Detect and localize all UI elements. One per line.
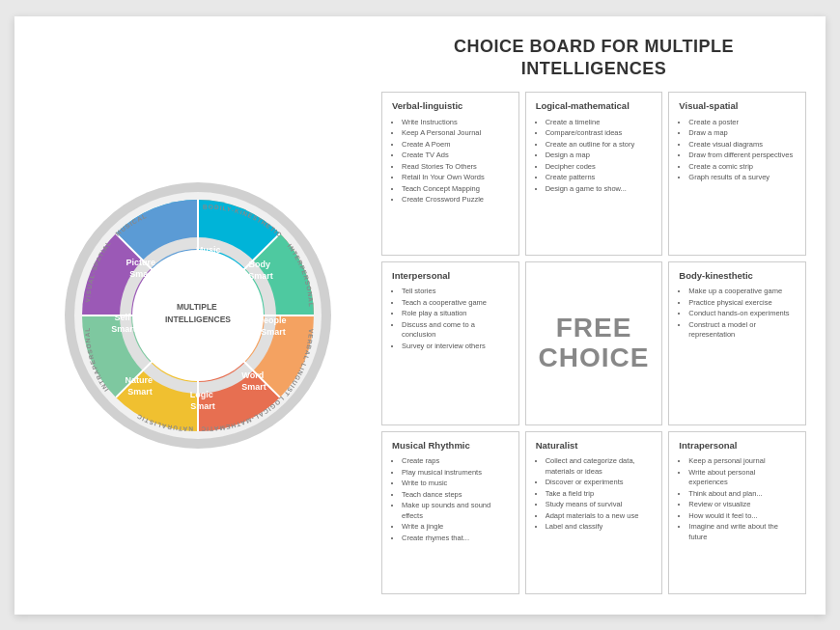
list-item: Create Crossword Puzzle [402,195,509,205]
cell-logical-body: Create a timeline Compare/contrast ideas… [536,118,653,196]
list-item: Draw from different perspectives [688,151,796,161]
list-item: Make up a cooperative game [688,287,796,297]
choice-grid: Verbal-linguistic Write Instructions Kee… [381,92,806,594]
cell-naturalist-body: Collect and categorize data, materials o… [536,456,653,534]
free-choice-text: FREE CHOICE [536,314,653,373]
list-item: Write about personal experiences [688,468,796,488]
list-item: Design a game to show... [546,184,653,195]
list-item: Create A Poem [402,140,509,151]
list-item: Teach dance steps [402,490,509,501]
cell-intrapersonal-body: Keep a personal journal Write about pers… [679,456,796,543]
cell-body-kinesthetic-header: Body-kinesthetic [679,270,796,282]
list-item: Play musical instruments [402,468,509,479]
cell-musical: Musical Rhythmic Create raps Play musica… [381,431,519,595]
list-item: Read Stories To Others [402,162,509,173]
cell-verbal-body: Write Instructions Keep A Personal Journ… [392,118,509,206]
list-item: Conduct hands-on experiments [688,309,796,319]
list-item: How would it feel to... [688,511,796,522]
left-panel: Music Smart Body Smart People Smart Word… [34,36,362,595]
list-item: Draw a map [688,128,796,139]
right-panel: CHOICE BOARD FOR MULTIPLE INTELLIGENCES … [381,36,806,595]
board-title: CHOICE BOARD FOR MULTIPLE INTELLIGENCES [381,36,806,81]
cell-interpersonal-header: Interpersonal [392,270,509,282]
cell-naturalist: Naturalist Collect and categorize data, … [525,431,663,595]
list-item: Teach Concept Mapping [402,184,509,195]
list-item: Discover or experiments [546,478,653,488]
cell-free-choice: FREE CHOICE [525,261,663,425]
list-item: Review or visualize [688,500,796,510]
list-item: Imagine and write about the future [688,522,796,542]
cell-musical-body: Create raps Play musical instruments Wri… [392,456,509,544]
list-item: Write Instructions [402,118,509,128]
list-item: Create an outline for a story [546,140,653,151]
list-item: Label and classify [546,522,653,533]
cell-musical-header: Musical Rhythmic [392,440,509,452]
wheel-diagram: Music Smart Body Smart People Smart Word… [53,171,343,460]
list-item: Role play a situation [402,309,509,319]
cell-visual-header: Visual-spatial [679,100,796,112]
list-item: Take a field trip [546,489,653,500]
list-item: Write to music [402,479,509,489]
list-item: Keep A Personal Journal [402,128,509,139]
list-item: Study means of survival [546,500,653,510]
cell-intrapersonal: Intrapersonal Keep a personal journal Wr… [668,431,806,595]
list-item: Graph results of a survey [688,173,796,183]
list-item: Keep a personal journal [688,456,796,467]
list-item: Retail In Your Own Words [402,173,509,183]
list-item: Survey or interview others [402,342,509,352]
list-item: Create patterns [546,173,653,183]
list-item: Create raps [402,456,509,467]
list-item: Tell stories [402,287,509,297]
list-item: Create TV Ads [402,151,509,161]
list-item: Decipher codes [546,162,653,173]
list-item: Practice physical exercise [688,298,796,309]
list-item: Create a timeline [546,118,653,128]
cell-interpersonal-body: Tell stories Teach a cooperative game Ro… [392,287,509,352]
list-item: Create rhymes that... [402,534,509,544]
list-item: Compare/contrast ideas [546,128,653,139]
cell-verbal-header: Verbal-linguistic [392,100,509,112]
list-item: Construct a model or representation [688,320,796,341]
cell-naturalist-header: Naturalist [536,440,653,452]
cell-visual-body: Create a poster Draw a map Create visual… [679,118,796,184]
cell-body-kinesthetic-body: Make up a cooperative game Practice phys… [679,287,796,342]
list-item: Design a map [546,151,653,161]
list-item: Create a comic strip [688,162,796,173]
list-item: Create visual diagrams [688,140,796,151]
cell-logical: Logical-mathematical Create a timeline C… [525,92,663,256]
cell-body-kinesthetic: Body-kinesthetic Make up a cooperative g… [668,261,806,425]
list-item: Collect and categorize data, materials o… [546,456,653,477]
list-item: Create a poster [688,118,796,128]
list-item: Think about and plan... [688,489,796,500]
cell-visual: Visual-spatial Create a poster Draw a ma… [668,92,806,256]
list-item: Teach a cooperative game [402,298,509,309]
list-item: Write a jingle [402,522,509,533]
list-item: Discuss and come to a conclusion [402,320,509,341]
list-item: Adapt materials to a new use [546,511,653,522]
cell-interpersonal: Interpersonal Tell stories Teach a coope… [381,261,519,425]
cell-intrapersonal-header: Intrapersonal [679,440,796,452]
slide: Music Smart Body Smart People Smart Word… [14,16,826,615]
cell-logical-header: Logical-mathematical [536,100,653,112]
cell-verbal: Verbal-linguistic Write Instructions Kee… [381,92,519,256]
list-item: Make up sounds and sound effects [402,501,509,521]
